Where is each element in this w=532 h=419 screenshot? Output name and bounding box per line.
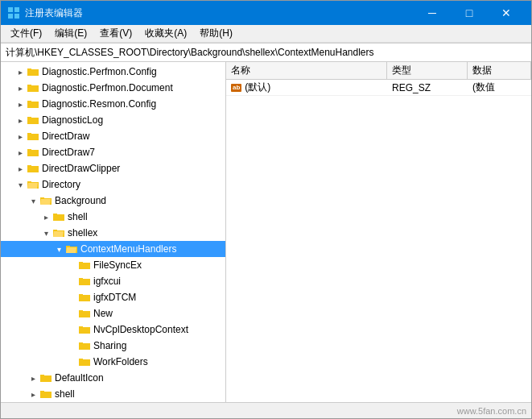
folder-icon — [27, 146, 39, 159]
tree-toggle[interactable] — [65, 322, 78, 338]
tree-item-label: WorkFolders — [93, 356, 148, 367]
tree-toggle[interactable] — [65, 289, 78, 305]
menu-item-menu-edit[interactable]: 编辑(E) — [48, 25, 93, 42]
detail-row[interactable]: ab (默认) REG_SZ (数值 — [226, 80, 531, 96]
folder-icon — [27, 130, 39, 143]
tree-toggle[interactable]: ▸ — [14, 144, 27, 160]
col-header-data[interactable]: 数据 — [468, 62, 531, 79]
minimize-button[interactable]: ─ — [414, 1, 451, 25]
svg-rect-39 — [79, 311, 90, 317]
folder-icon — [39, 194, 52, 207]
svg-marker-28 — [53, 231, 64, 237]
tree-item-item-workfolders[interactable]: WorkFolders — [1, 354, 225, 370]
tree-toggle[interactable]: ▸ — [27, 386, 39, 402]
tree-item-item-background[interactable]: ▾Background — [1, 193, 225, 209]
tree-toggle[interactable]: ▸ — [27, 370, 39, 386]
col-header-name[interactable]: 名称 — [226, 62, 387, 79]
tree-toggle[interactable]: ▾ — [52, 241, 65, 257]
svg-rect-0 — [8, 7, 13, 12]
tree-item-label: igfxDTCM — [93, 292, 136, 303]
tree-item-label: Diagnostic.Resmon.Config — [42, 98, 156, 110]
tree-toggle[interactable]: ▸ — [39, 209, 52, 225]
main-content: ▸Diagnostic.Perfmon.Config▸Diagnostic.Pe… — [1, 62, 531, 402]
svg-rect-2 — [8, 14, 13, 19]
tree-item-label: igfxcui — [93, 276, 121, 287]
tree-item-item-directdrawclipper[interactable]: ▸DirectDrawClipper — [1, 160, 225, 176]
tree-item-item-igfxdtcm[interactable]: igfxDTCM — [1, 289, 225, 305]
tree-pane[interactable]: ▸Diagnostic.Perfmon.Config▸Diagnostic.Pe… — [1, 62, 226, 402]
tree-item-item-directdraw[interactable]: ▸DirectDraw — [1, 128, 225, 144]
tree-item-label: ContextMenuHandlers — [80, 243, 176, 255]
tree-item-item-shell2[interactable]: ▸shell — [1, 386, 225, 402]
col-header-type[interactable]: 类型 — [387, 62, 468, 79]
tree-item-label: DirectDraw — [42, 131, 89, 142]
tree-toggle[interactable]: ▸ — [14, 160, 27, 176]
tree-toggle[interactable] — [65, 305, 78, 322]
svg-rect-17 — [27, 166, 39, 172]
svg-rect-1 — [14, 7, 19, 12]
title-bar: 注册表编辑器 ─ □ ✕ — [1, 1, 531, 25]
tree-item-label: Background — [55, 195, 106, 206]
svg-rect-37 — [79, 295, 90, 301]
svg-rect-15 — [27, 150, 39, 156]
folder-icon — [78, 291, 91, 304]
folder-icon — [78, 275, 91, 288]
address-path: 计算机\HKEY_CLASSES_ROOT\Directory\Backgrou… — [6, 46, 374, 60]
tree-toggle[interactable]: ▸ — [14, 112, 27, 128]
svg-rect-35 — [79, 279, 90, 285]
tree-toggle[interactable]: ▸ — [14, 128, 27, 144]
window-controls: ─ □ ✕ — [414, 1, 525, 25]
cell-name: ab (默认) — [226, 79, 387, 96]
tree-item-item-sharing[interactable]: Sharing — [1, 338, 225, 354]
tree-item-item-filesyncex[interactable]: FileSyncEx — [1, 257, 225, 273]
folder-icon — [78, 339, 91, 352]
tree-toggle[interactable] — [65, 257, 78, 273]
tree-toggle[interactable]: ▾ — [39, 225, 52, 241]
tree-item-label: New — [93, 308, 113, 319]
tree-item-item-diag-perfmon[interactable]: ▸Diagnostic.Perfmon.Config — [1, 64, 225, 80]
app-icon — [7, 6, 20, 19]
cell-type: REG_SZ — [387, 81, 468, 95]
tree-item-label: DefaultIcon — [55, 372, 104, 384]
svg-rect-41 — [79, 327, 90, 334]
svg-rect-7 — [27, 85, 39, 92]
svg-rect-13 — [27, 134, 39, 140]
tree-toggle[interactable] — [65, 338, 78, 354]
tree-toggle[interactable]: ▸ — [14, 96, 27, 112]
folder-icon — [27, 65, 39, 78]
menu-item-menu-favorites[interactable]: 收藏夹(A) — [138, 25, 193, 42]
tree-item-item-diaglog[interactable]: ▸DiagnosticLog — [1, 112, 225, 128]
tree-item-item-diag-perf-doc[interactable]: ▸Diagnostic.Perfmon.Document — [1, 80, 225, 96]
tree-item-item-defaulticon[interactable]: ▸DefaultIcon — [1, 370, 225, 386]
close-button[interactable]: ✕ — [488, 1, 525, 25]
tree-item-item-new[interactable]: New — [1, 305, 225, 322]
tree-item-item-nvcpldesktopcontext[interactable]: NvCplDesktopContext — [1, 322, 225, 338]
svg-rect-9 — [27, 102, 39, 108]
menu-item-menu-view[interactable]: 查看(V) — [93, 25, 138, 42]
tree-toggle[interactable]: ▸ — [14, 64, 27, 80]
tree-item-item-diag-resmon[interactable]: ▸Diagnostic.Resmon.Config — [1, 96, 225, 112]
tree-toggle[interactable] — [65, 354, 78, 370]
menu-item-menu-help[interactable]: 帮助(H) — [193, 25, 239, 42]
reg-sz-icon: ab — [231, 84, 241, 92]
watermark: www.5fan.com.cn — [457, 406, 526, 416]
tree-item-label: shell — [68, 211, 88, 222]
menu-item-menu-file[interactable]: 文件(F) — [4, 25, 48, 42]
tree-item-item-shellex[interactable]: ▾shellex — [1, 225, 225, 241]
maximize-button[interactable]: □ — [451, 1, 488, 25]
tree-toggle[interactable]: ▸ — [14, 80, 27, 96]
cell-data: (数值 — [468, 79, 531, 96]
svg-rect-25 — [53, 214, 64, 221]
tree-item-item-directdraw7[interactable]: ▸DirectDraw7 — [1, 144, 225, 160]
tree-item-item-directory[interactable]: ▾Directory — [1, 176, 225, 193]
tree-toggle[interactable]: ▾ — [14, 176, 27, 193]
tree-toggle[interactable] — [65, 273, 78, 289]
folder-icon — [39, 388, 52, 400]
window-title: 注册表编辑器 — [25, 6, 414, 20]
svg-marker-20 — [27, 183, 38, 189]
tree-item-item-shell[interactable]: ▸shell — [1, 209, 225, 225]
tree-toggle[interactable]: ▾ — [27, 193, 39, 209]
tree-item-item-igfxcui[interactable]: igfxcui — [1, 273, 225, 289]
tree-item-item-contextmenuhandlers[interactable]: ▾ContextMenuHandlers — [1, 241, 225, 257]
tree-item-label: DirectDraw7 — [42, 147, 95, 158]
